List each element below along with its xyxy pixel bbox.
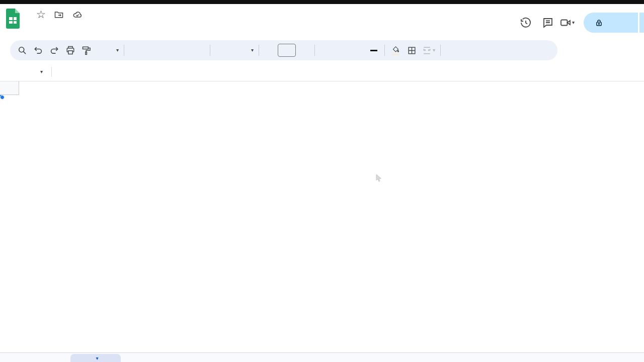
text-color-button[interactable]: [366, 43, 382, 58]
formula-input[interactable]: [60, 62, 644, 81]
search-menus-icon[interactable]: [14, 43, 30, 58]
fill-handle[interactable]: [0, 95, 5, 100]
camera-caret-icon[interactable]: ▾: [572, 20, 575, 25]
sheet-tab-bar: ▾: [0, 352, 644, 362]
fill-color-button[interactable]: [387, 43, 404, 58]
sheet-tab-sheet1[interactable]: ▾: [70, 354, 121, 362]
formula-bar: ▾: [0, 62, 644, 81]
select-all-corner[interactable]: [0, 81, 19, 95]
cloud-saved-icon[interactable]: [72, 10, 83, 20]
spreadsheet-grid: [0, 81, 644, 95]
increase-decimal-button[interactable]: [175, 43, 191, 58]
toolbar-more-button[interactable]: [443, 43, 459, 58]
column-header-row: [0, 81, 644, 95]
print-icon[interactable]: [62, 43, 78, 58]
decrease-font-size-button[interactable]: [262, 43, 278, 58]
version-history-icon[interactable]: [515, 17, 537, 29]
zoom-caret-icon: ▾: [116, 48, 119, 53]
move-folder-icon[interactable]: [54, 10, 64, 20]
format-percent-button[interactable]: [143, 43, 159, 58]
mouse-cursor: [376, 174, 382, 182]
italic-button[interactable]: [334, 43, 350, 58]
star-icon[interactable]: ☆: [36, 10, 46, 20]
more-formats-button[interactable]: [191, 43, 207, 58]
font-select[interactable]: ▾: [213, 43, 256, 58]
comments-icon[interactable]: [537, 17, 559, 29]
undo-icon[interactable]: [30, 43, 46, 58]
bold-button[interactable]: [317, 43, 334, 58]
decrease-decimal-button[interactable]: [159, 43, 175, 58]
toolbar: ▾ ▾: [10, 40, 557, 60]
active-cell-outline: [0, 95, 2, 97]
format-currency-button[interactable]: [127, 43, 143, 58]
meet-camera-button[interactable]: ▾: [559, 17, 575, 29]
paint-format-icon[interactable]: [78, 43, 95, 58]
increase-font-size-button[interactable]: [296, 43, 312, 58]
strikethrough-button[interactable]: [350, 43, 366, 58]
merge-cells-button[interactable]: ▾: [420, 43, 438, 58]
font-size-input[interactable]: [278, 44, 296, 57]
share-button[interactable]: [584, 13, 638, 33]
borders-button[interactable]: [404, 43, 420, 58]
logo-grid: [9, 17, 17, 24]
google-sheets-window: ☆: [0, 0, 644, 362]
share-dropdown-stub[interactable]: [639, 13, 644, 33]
zoom-select[interactable]: ▾: [95, 43, 121, 58]
name-box-caret-icon[interactable]: ▾: [40, 69, 50, 74]
logo-fold: [15, 9, 20, 13]
merge-caret-icon: ▾: [433, 48, 435, 53]
app-header: ☆: [0, 4, 644, 39]
sheets-logo-icon[interactable]: [6, 9, 20, 29]
horizontal-scrollbar-track[interactable]: [0, 344, 644, 352]
redo-icon[interactable]: [46, 43, 62, 58]
sheet-tab-caret-icon: ▾: [96, 356, 98, 361]
lock-icon: [595, 19, 603, 27]
font-caret-icon: ▾: [251, 48, 254, 53]
letterbox-bar: [0, 0, 644, 4]
